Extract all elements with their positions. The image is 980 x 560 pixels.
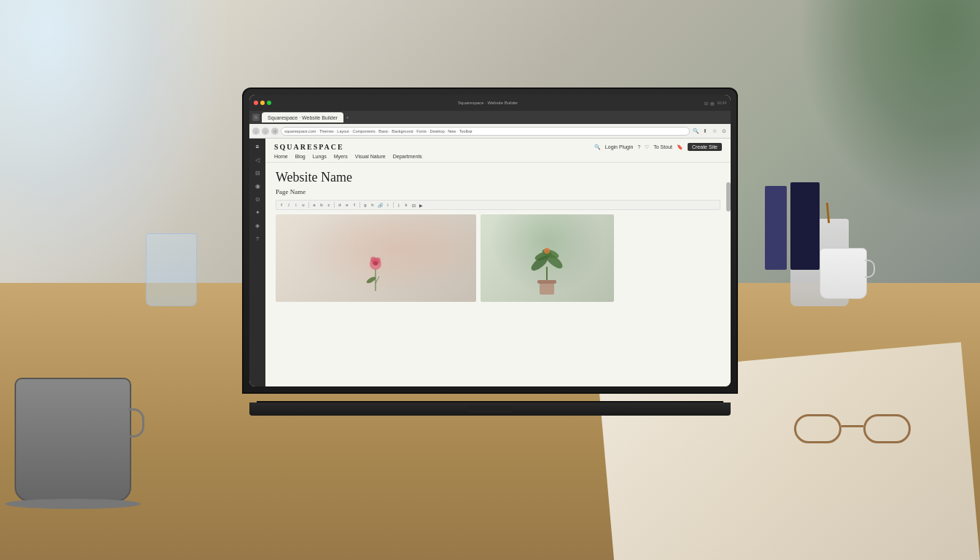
- sys-icon-wifi: ⊟: [704, 101, 708, 106]
- svg-point-15: [544, 248, 550, 254]
- nav-departments[interactable]: Departments: [393, 154, 422, 159]
- site-logo: SQUARESPACE: [274, 143, 344, 151]
- sidebar-icon-back[interactable]: ◁: [252, 155, 262, 165]
- laptop-lid: Squarespace · Website Builder ⊟ ▤ 10:24 …: [242, 88, 738, 394]
- nav-lungs[interactable]: Lungs: [313, 154, 327, 159]
- image-plant: [481, 214, 614, 302]
- nav-home[interactable]: Home: [274, 154, 288, 159]
- editor-toolbar: f / i u a b c d e: [276, 200, 720, 210]
- svg-rect-9: [537, 280, 556, 284]
- flower-svg: [361, 244, 390, 295]
- screen-bezel: Squarespace · Website Builder ⊟ ▤ 10:24 …: [249, 95, 731, 386]
- toolbar-separator-1: [308, 202, 309, 208]
- browser-window: Squarespace · Website Builder ⊟ ▤ 10:24 …: [249, 95, 731, 386]
- laptop: Squarespace · Website Builder ⊟ ▤ 10:24 …: [242, 88, 738, 416]
- sidebar-icon-design[interactable]: ◉: [252, 181, 262, 191]
- plant-svg: [529, 238, 565, 296]
- squarespace-sidebar: ≡ ◁ ⊟ ◉ ⊙ ✦ ◈ ?: [249, 139, 265, 386]
- tool-underline[interactable]: u: [300, 203, 306, 207]
- address-bar[interactable]: squarespace.com · Themes · Layout · Comp…: [281, 127, 690, 136]
- sys-icon-battery: ▤: [710, 101, 715, 106]
- profile-icon[interactable]: ⊙: [720, 128, 728, 135]
- header-to-stout[interactable]: To Stout: [653, 144, 672, 149]
- site-header: SQUARESPACE 🔍 Login Plugin ? ♡ To Stout …: [265, 139, 731, 163]
- header-right: 🔍 Login Plugin ? ♡ To Stout 🔖 Create Sit…: [594, 143, 722, 151]
- sidebar-icon-help[interactable]: ?: [252, 233, 262, 244]
- glasses: [794, 411, 911, 447]
- image-flowers: [276, 214, 476, 302]
- svg-point-7: [373, 261, 378, 265]
- site-header-top: SQUARESPACE 🔍 Login Plugin ? ♡ To Stout …: [274, 143, 722, 151]
- tool-video[interactable]: ▶: [418, 203, 424, 208]
- tool-link[interactable]: 🔗: [377, 203, 384, 208]
- scroll-handle[interactable]: [726, 182, 731, 211]
- new-tab-btn[interactable]: +: [346, 114, 349, 121]
- close-button[interactable]: [254, 101, 258, 105]
- sys-time: 10:24: [717, 101, 726, 106]
- header-question-icon[interactable]: ?: [637, 144, 640, 149]
- tool-f[interactable]: f: [351, 203, 357, 207]
- bookmark-icon[interactable]: ☆: [711, 128, 718, 135]
- reload-btn[interactable]: ↺: [271, 128, 279, 135]
- forward-btn[interactable]: ›: [262, 128, 269, 135]
- search-icon[interactable]: 🔍: [692, 128, 699, 135]
- tool-italic[interactable]: i: [293, 203, 299, 207]
- browser-toolbar: ‹ › ↺ squarespace.com · Themes · Layout …: [249, 124, 731, 139]
- tool-i2[interactable]: i: [385, 203, 391, 207]
- site-navigation: Home Blog Lungs Myers Visual Nature Depa…: [274, 154, 722, 159]
- header-login-link[interactable]: Login Plugin: [605, 144, 634, 149]
- tool-image[interactable]: ⊟: [411, 203, 416, 208]
- window-light: [0, 0, 233, 306]
- nav-visual-nature[interactable]: Visual Nature: [355, 154, 386, 159]
- tool-slash[interactable]: /: [286, 203, 292, 207]
- trackpad[interactable]: [468, 405, 512, 413]
- site-main-content: SQUARESPACE 🔍 Login Plugin ? ♡ To Stout …: [265, 139, 731, 386]
- maximize-button[interactable]: [267, 101, 271, 105]
- white-mug: [820, 248, 867, 299]
- photo-background: Squarespace · Website Builder ⊟ ▤ 10:24 …: [0, 0, 980, 560]
- nav-myers[interactable]: Myers: [334, 154, 348, 159]
- browser-chrome: Squarespace · Website Builder ⊟ ▤ 10:24: [249, 95, 731, 111]
- toolbar-separator-4: [393, 202, 394, 208]
- header-search-icon[interactable]: 🔍: [594, 144, 601, 150]
- browser-logo-icon: S: [252, 114, 260, 121]
- tool-e[interactable]: e: [344, 203, 350, 207]
- toolbar-separator-3: [359, 202, 360, 208]
- tool-d[interactable]: d: [337, 203, 343, 207]
- water-glass: [146, 233, 197, 306]
- book-dark: [790, 182, 820, 270]
- sidebar-icon-menu[interactable]: ≡: [252, 141, 262, 152]
- coffee-cup: [15, 378, 131, 502]
- sidebar-icon-pages[interactable]: ⊟: [252, 168, 262, 178]
- tool-h[interactable]: h: [370, 203, 376, 207]
- tool-j[interactable]: j: [396, 203, 402, 207]
- sidebar-icon-analytics[interactable]: ✦: [252, 207, 262, 217]
- toolbar-separator-2: [334, 202, 335, 208]
- window-title: Squarespace · Website Builder: [273, 101, 702, 105]
- book-blue: [765, 186, 787, 270]
- header-heart-icon[interactable]: ♡: [645, 144, 649, 150]
- sidebar-icon-marketing[interactable]: ◈: [252, 220, 262, 230]
- tool-k[interactable]: k: [403, 203, 409, 207]
- plant-right: [798, 0, 980, 219]
- tool-c[interactable]: c: [326, 203, 332, 207]
- tool-a[interactable]: a: [311, 203, 317, 207]
- minimize-button[interactable]: [260, 101, 265, 105]
- active-tab[interactable]: Squarespace · Website Builder: [262, 112, 343, 122]
- sidebar-icon-commerce[interactable]: ⊙: [252, 194, 262, 204]
- image-grid: [276, 214, 720, 302]
- tool-b[interactable]: b: [319, 203, 324, 207]
- website-name-heading: Website Name: [276, 170, 720, 185]
- share-icon[interactable]: ⬆: [701, 128, 709, 135]
- tool-format[interactable]: f: [279, 203, 284, 207]
- browser-body: ≡ ◁ ⊟ ◉ ⊙ ✦ ◈ ?: [249, 139, 731, 386]
- header-bookmark-icon[interactable]: 🔖: [677, 144, 683, 150]
- nav-blog[interactable]: Blog: [295, 154, 306, 159]
- tool-g[interactable]: g: [362, 203, 368, 207]
- back-btn[interactable]: ‹: [252, 128, 260, 135]
- create-site-button[interactable]: Create Site: [688, 143, 722, 151]
- browser-tabs-bar: S Squarespace · Website Builder +: [249, 111, 731, 124]
- page-content: Website Name Page Name f / i u a: [265, 163, 731, 386]
- page-name-label: Page Name: [276, 188, 720, 195]
- laptop-base: [249, 402, 731, 416]
